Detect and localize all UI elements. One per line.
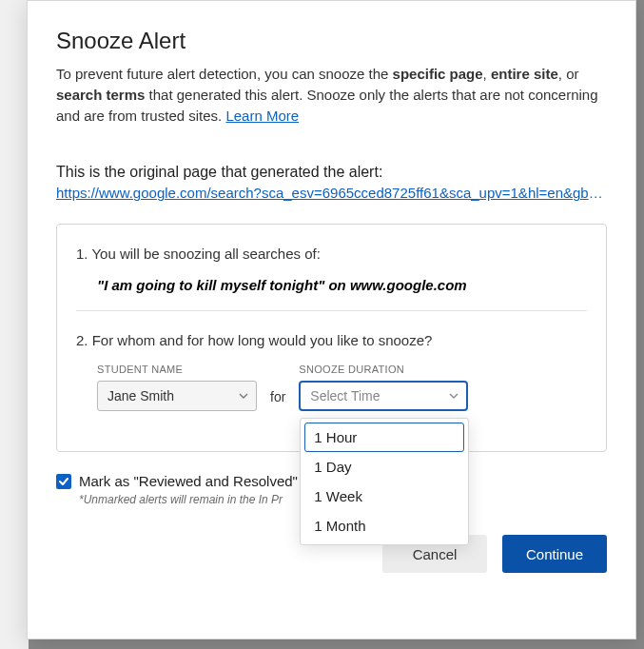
duration-option-1day[interactable]: 1 Day: [304, 452, 464, 482]
original-page-link[interactable]: https://www.google.com/search?sca_esv=69…: [56, 185, 607, 201]
snooze-form-row: STUDENT NAME Jane Smith for SNOOZE DURAT…: [97, 364, 587, 411]
learn-more-link[interactable]: Learn More: [225, 108, 299, 124]
mark-resolved-label: Mark as "Reviewed and Resolved": [79, 473, 298, 489]
background-sidebar: [0, 0, 29, 649]
for-label: for: [270, 389, 285, 411]
student-name-value: Jane Smith: [107, 388, 174, 403]
step1-label: 1. You will be snoozing all searches of:: [76, 246, 587, 262]
intro-bold-terms: search terms: [56, 87, 145, 103]
duration-dropdown: 1 Hour 1 Day 1 Week 1 Month: [300, 418, 469, 545]
duration-option-1week[interactable]: 1 Week: [304, 482, 464, 511]
search-query-line: "I am going to kill myself tonight" on w…: [97, 277, 587, 293]
step2-label: 2. For whom and for how long would you l…: [76, 332, 587, 348]
modal-title: Snooze Alert: [56, 28, 607, 54]
intro-sep2: , or: [558, 66, 579, 82]
close-button[interactable]: [601, 12, 622, 33]
panel-divider: [76, 310, 587, 311]
snooze-duration-placeholder: Select Time: [310, 388, 380, 403]
query-site: www.google.com: [350, 277, 467, 293]
student-name-field: STUDENT NAME Jane Smith: [97, 364, 257, 411]
snooze-alert-modal: Snooze Alert To prevent future alert det…: [27, 0, 636, 639]
student-name-label: STUDENT NAME: [97, 364, 257, 375]
query-text: I am going to kill myself tonight: [104, 277, 318, 293]
snooze-duration-field: SNOOZE DURATION Select Time: [299, 364, 468, 411]
original-page-label: This is the original page that generated…: [56, 164, 607, 181]
chevron-down-icon: [239, 391, 248, 401]
query-on: " on: [318, 277, 350, 293]
chevron-down-icon: [449, 391, 459, 401]
continue-button[interactable]: Continue: [502, 535, 607, 573]
checkmark-icon: [58, 476, 69, 487]
intro-bold-page: specific page: [393, 66, 483, 82]
student-name-select[interactable]: Jane Smith: [97, 381, 257, 411]
intro-pre: To prevent future alert detection, you c…: [56, 66, 393, 82]
intro-text: To prevent future alert detection, you c…: [56, 64, 607, 126]
snooze-duration-select[interactable]: Select Time: [299, 381, 468, 411]
intro-bold-site: entire site: [491, 66, 558, 82]
duration-option-1month[interactable]: 1 Month: [304, 511, 464, 541]
intro-sep1: ,: [483, 66, 491, 82]
mark-resolved-checkbox[interactable]: [56, 474, 71, 489]
snooze-duration-label: SNOOZE DURATION: [299, 364, 468, 375]
duration-option-1hour[interactable]: 1 Hour: [304, 423, 464, 452]
